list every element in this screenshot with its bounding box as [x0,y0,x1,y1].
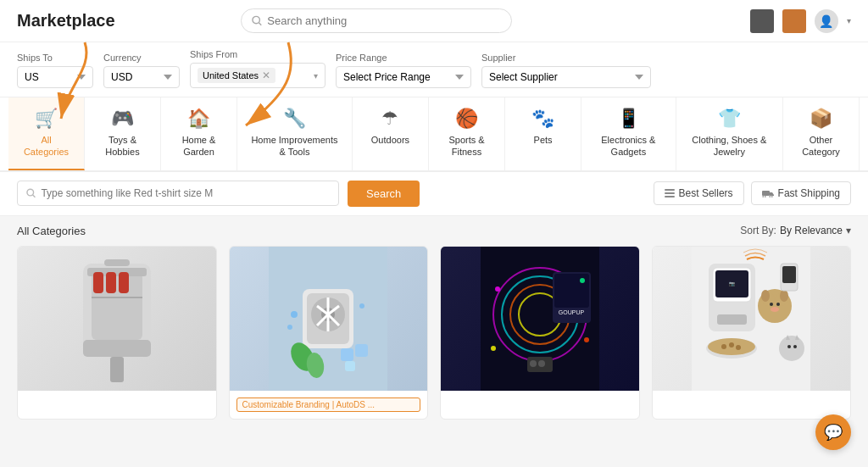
svg-text:📷: 📷 [729,281,736,287]
svg-rect-19 [110,357,124,382]
chevron-down-icon[interactable]: ▾ [847,16,851,25]
shirt-icon: 👕 [718,108,741,130]
svg-point-70 [770,303,773,306]
svg-point-2 [27,189,34,196]
fast-shipping-button[interactable]: Fast Shipping [751,181,851,205]
svg-rect-18 [83,340,151,357]
product-info-4 [653,391,851,404]
search-icon-small [26,188,36,198]
product-search-row: Search Best Sellers Fast Shipping [0,172,868,216]
ships-to-filter: Ships To US [17,53,93,88]
product-info-2: Customizable Branding | AutoDS ... [230,391,428,419]
svg-point-38 [359,303,364,309]
led-svg: GOUPUP [481,247,599,391]
svg-rect-13 [104,259,130,266]
currency-select[interactable]: USD [103,66,180,88]
ships-from-label: Ships From [190,49,326,59]
header-search-input[interactable] [267,14,501,27]
ships-to-select[interactable]: US [17,66,93,88]
ships-from-filter: Ships From United States ✕ ▾ [190,49,326,88]
pet-feeder-svg: 📷 [692,247,810,391]
product-badge-2: Customizable Branding | AutoDS ... [236,398,421,412]
product-info-1 [18,391,216,404]
logo: Marketplace [17,11,115,31]
product-image-4: 📷 [653,247,851,391]
svg-point-68 [761,290,770,302]
svg-rect-34 [355,344,368,357]
avatar[interactable]: 👤 [815,9,838,33]
category-item-sports[interactable]: 🏀 Sports & Fitness [429,97,505,170]
header: Marketplace 👤 ▾ [0,0,868,42]
cooler-bag-svg [58,247,176,391]
category-item-home[interactable]: 🏠 Home & Garden [161,97,237,170]
svg-text:GOUPUP: GOUPUP [559,309,585,315]
header-right: 👤 ▾ [750,9,851,33]
category-item-improvements[interactable]: 🔧 Home Improvements & Tools [237,97,353,170]
currency-label: Currency [103,53,180,63]
best-sellers-button[interactable]: Best Sellers [654,181,744,205]
svg-rect-4 [665,189,675,191]
filters-bar: Ships To US Currency USD Ships From Unit… [0,42,868,97]
dark-color-box[interactable] [750,9,774,33]
sort-by: Sort By: By Relevance ▾ [740,225,851,236]
svg-rect-7 [762,191,770,196]
category-item-outdoors[interactable]: ☂ Outdoors [353,97,429,170]
list-icon [665,188,675,198]
category-label-other: Other Category [795,134,847,158]
product-card-4[interactable]: 📷 [652,246,852,420]
svg-rect-17 [119,272,129,293]
product-search-box[interactable] [17,181,339,206]
svg-point-71 [776,303,780,306]
phone-icon: 📱 [617,108,640,130]
supplier-select[interactable]: Select Supplier [481,66,651,88]
svg-point-73 [779,336,804,361]
category-item-clothing[interactable]: 👕 Clothing, Shoes & Jewelry [676,97,783,170]
ships-from-chevron-icon: ▾ [314,71,318,81]
orange-color-box[interactable] [782,9,806,33]
svg-point-48 [530,360,537,367]
box-icon: 📦 [810,108,832,130]
ships-from-tag: United States ✕ [198,68,275,83]
svg-rect-5 [665,192,675,194]
svg-point-50 [495,286,500,292]
cart-icon: 🛒 [35,108,58,130]
umbrella-icon: ☂ [381,108,398,130]
product-card-3[interactable]: GOUPUP [440,246,640,420]
fan-svg [269,247,387,391]
sort-buttons: Best Sellers Fast Shipping [654,181,851,205]
pets-icon: 🐾 [531,108,554,130]
svg-point-51 [580,278,585,283]
category-label-electronics: Electronics & Gadgets [593,134,664,158]
ships-from-input[interactable]: United States ✕ ▾ [190,63,326,88]
svg-rect-16 [106,272,116,293]
search-icon [252,15,262,26]
product-card-2[interactable]: Customizable Branding | AutoDS ... [229,246,429,420]
sort-chevron-icon: ▾ [846,225,851,236]
search-button[interactable]: Search [348,181,420,207]
svg-point-9 [770,196,772,198]
truck-icon [762,189,774,197]
product-info-3 [441,391,639,404]
price-range-select[interactable]: Select Price Range [336,66,471,88]
svg-point-63 [729,342,734,347]
svg-line-3 [33,195,36,197]
content-header: All Categories Sort By: By Relevance ▾ [17,225,851,237]
header-search-bar[interactable] [241,8,512,33]
category-item-electronics[interactable]: 📱 Electronics & Gadgets [581,97,676,170]
category-item-toys[interactable]: 🎮 Toys & Hobbies [85,97,161,170]
svg-point-72 [771,307,779,312]
product-card-1[interactable] [17,246,217,420]
content-title: All Categories [17,225,86,237]
remove-tag-button[interactable]: ✕ [262,69,270,81]
svg-point-52 [491,346,496,351]
main-content: All Categories Sort By: By Relevance ▾ [0,216,868,428]
svg-point-79 [793,345,797,348]
category-item-other[interactable]: 📦 Other Category [783,97,860,170]
category-item-pets[interactable]: 🐾 Pets [505,97,581,170]
product-search-input[interactable] [41,187,330,199]
gamepad-icon: 🎮 [111,108,134,130]
category-item-all[interactable]: 🛒 All Categories [8,97,85,170]
products-grid: Customizable Branding | AutoDS ... [17,246,851,420]
supplier-label: Supplier [481,53,651,63]
svg-rect-15 [93,272,103,293]
